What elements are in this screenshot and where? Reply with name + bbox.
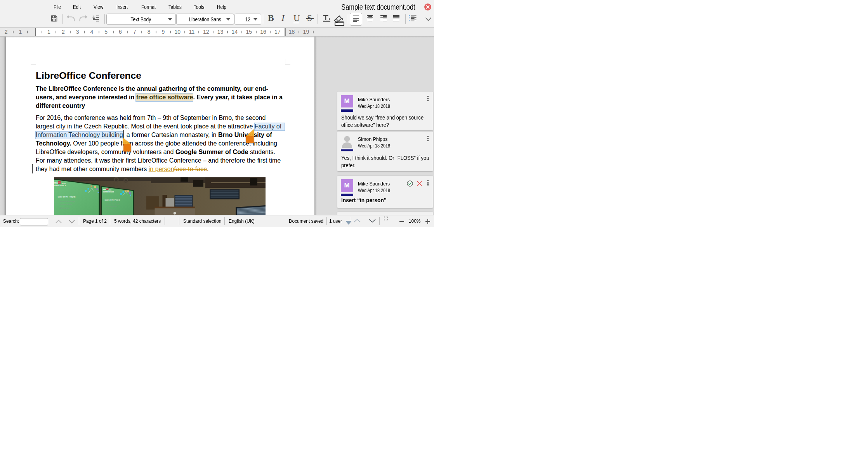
svg-text:CONFERENCE: CONFERENCE: [102, 191, 114, 192]
svg-text:State of the Project: State of the Project: [57, 195, 75, 198]
svg-text:Italo Vignoli: Italo Vignoli: [106, 208, 115, 210]
svg-text:Italo Vignoli: Italo Vignoli: [60, 207, 69, 209]
svg-text:State of the Project: State of the Project: [104, 199, 120, 201]
svg-text:Florian Effenberger: Florian Effenberger: [60, 200, 76, 202]
svg-text:Michael Meeks: Michael Meeks: [106, 205, 117, 207]
svg-text:Michael Meeks: Michael Meeks: [60, 204, 72, 206]
svg-text:RNO: RNO: [54, 182, 58, 184]
svg-text:ONFERENCE: ONFERENCE: [54, 184, 66, 186]
svg-text:Florian Effenberger: Florian Effenberger: [106, 203, 120, 204]
